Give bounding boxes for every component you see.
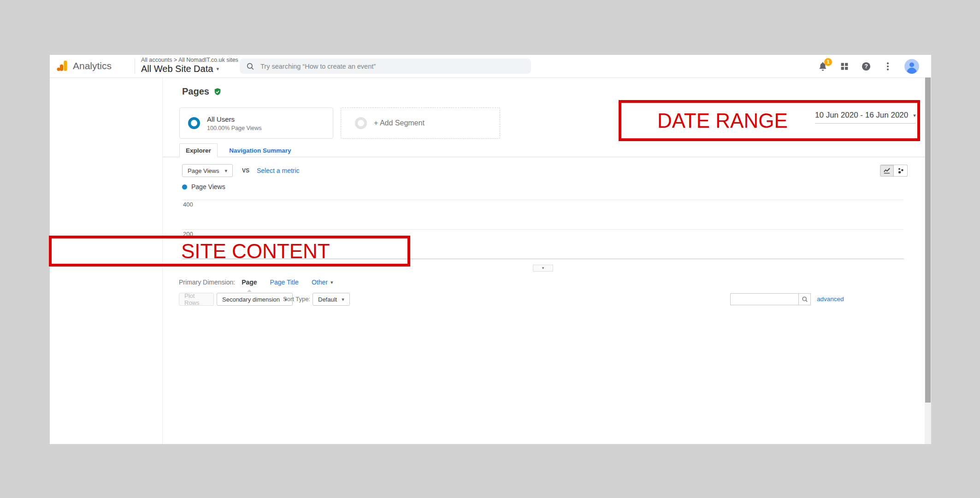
magnifier-icon: [802, 296, 808, 302]
line-chart-icon: [883, 167, 891, 174]
tab-navigation-summary[interactable]: Navigation Summary: [223, 144, 297, 157]
sort-type-button[interactable]: Default ▾: [313, 293, 350, 306]
header-icon-group: 1 ?: [818, 55, 919, 77]
y-tick-400: 400: [183, 201, 193, 208]
dimension-option-other-label: Other: [312, 279, 328, 286]
report-tabs: Explorer Navigation Summary: [163, 143, 925, 157]
search-input[interactable]: Try searching “How to create an event”: [240, 59, 531, 74]
search-icon: [246, 62, 254, 71]
gridline-400: [182, 200, 904, 200]
metric-selected: Page Views: [188, 167, 219, 174]
chart-legend: Page Views: [182, 183, 225, 190]
table-search-button[interactable]: [798, 293, 811, 305]
app-header: Analytics All accounts > All NomadIT.co.…: [50, 55, 931, 78]
segment-name: All Users: [207, 115, 262, 123]
verified-shield-icon: [213, 88, 222, 96]
segment-detail: 100.00% Page Views: [207, 125, 262, 131]
report-head: Pages: [182, 86, 222, 97]
gridline-200: [182, 229, 904, 230]
primary-dimension-row: Primary Dimension: Page Page Title Other…: [179, 279, 346, 286]
select-metric-link[interactable]: Select a metric: [257, 167, 300, 174]
breadcrumb[interactable]: All accounts > All NomadIT.co.uk sites: [141, 57, 238, 63]
sort-type-label: Sort Type:: [283, 296, 310, 302]
analytics-app-window: Analytics All accounts > All NomadIT.co.…: [50, 55, 931, 444]
motion-chart-toggle[interactable]: [894, 165, 908, 177]
segment-ring-icon: [188, 117, 200, 129]
table-toolbar: Plot Rows Secondary dimension ▾ Sort Typ…: [179, 293, 919, 307]
tab-explorer[interactable]: Explorer: [179, 143, 218, 158]
notification-badge: 1: [824, 58, 832, 66]
product-name: Analytics: [73, 60, 112, 71]
secondary-dimension-label: Secondary dimension: [222, 296, 280, 303]
advanced-search-link[interactable]: advanced: [817, 296, 844, 302]
add-segment-button[interactable]: + Add Segment: [341, 107, 500, 139]
analytics-logo[interactable]: Analytics: [56, 59, 112, 72]
secondary-dimension-button[interactable]: Secondary dimension ▾: [217, 293, 293, 306]
scrollbar-thumb[interactable]: [925, 77, 931, 403]
date-range-value: 10 Jun 2020 - 16 Jun 2020: [815, 111, 908, 120]
vertical-scrollbar[interactable]: [925, 77, 931, 444]
timeseries-chart: 400 200: [182, 194, 904, 259]
legend-label: Page Views: [191, 183, 225, 190]
add-segment-label: + Add Segment: [374, 119, 425, 127]
three-dots-icon: [883, 61, 893, 71]
chart-type-switch: [880, 165, 908, 177]
page-title: Pages: [182, 86, 209, 97]
table-search-input[interactable]: [730, 293, 798, 305]
chevron-down-icon: ▾: [216, 66, 219, 71]
avatar[interactable]: [904, 59, 919, 74]
property-selector-label: All Web Site Data: [141, 64, 213, 74]
notifications-bell-icon[interactable]: 1: [818, 61, 828, 71]
segment-all-users[interactable]: All Users 100.00% Page Views: [179, 107, 333, 139]
legend-dot-icon: [182, 184, 187, 190]
line-chart-toggle[interactable]: [880, 165, 894, 177]
account-breadcrumb: All accounts > All NomadIT.co.uk sites A…: [141, 57, 238, 74]
date-range-selector[interactable]: 10 Jun 2020 - 16 Jun 2020 ▾: [815, 111, 916, 124]
metric-selector[interactable]: Page Views ▾: [182, 164, 233, 177]
dimension-option-other[interactable]: Other ▾: [312, 279, 333, 286]
x-axis-line: [182, 259, 904, 259]
analytics-logo-icon: [56, 59, 69, 72]
chevron-down-icon: ▾: [342, 297, 344, 302]
plot-rows-button[interactable]: Plot Rows: [179, 293, 214, 306]
apps-icon: [839, 61, 850, 71]
question-icon: ?: [861, 61, 871, 71]
sort-type-value: Default: [318, 296, 337, 303]
dimension-option-page[interactable]: Page: [242, 279, 257, 286]
y-tick-200: 200: [183, 231, 193, 237]
primary-dimension-label: Primary Dimension:: [179, 279, 235, 286]
dimension-option-page-title[interactable]: Page Title: [270, 279, 299, 286]
segment-ring-gray-icon: [355, 117, 367, 129]
vs-label: VS: [242, 167, 249, 174]
annotations-collapse-tab[interactable]: ▼: [533, 265, 553, 272]
more-vert-icon[interactable]: [883, 61, 893, 71]
avatar-icon: [904, 59, 919, 74]
property-selector[interactable]: All Web Site Data ▾: [141, 64, 238, 74]
chevron-down-icon: ▾: [331, 280, 333, 285]
header-divider: [135, 59, 135, 74]
sidebar: [50, 77, 163, 444]
svg-text:?: ?: [864, 63, 868, 70]
help-icon[interactable]: ?: [861, 61, 871, 71]
apps-grid-icon[interactable]: [839, 61, 850, 71]
search-placeholder: Try searching “How to create an event”: [260, 63, 376, 70]
motion-chart-icon: [897, 167, 904, 174]
screenshot-canvas: Analytics All accounts > All NomadIT.co.…: [0, 0, 980, 498]
chevron-down-icon: ▾: [224, 168, 227, 173]
chevron-down-icon: ▾: [913, 113, 916, 118]
main-content: Pages All Users 100.00% Page Views + Add…: [163, 77, 925, 444]
